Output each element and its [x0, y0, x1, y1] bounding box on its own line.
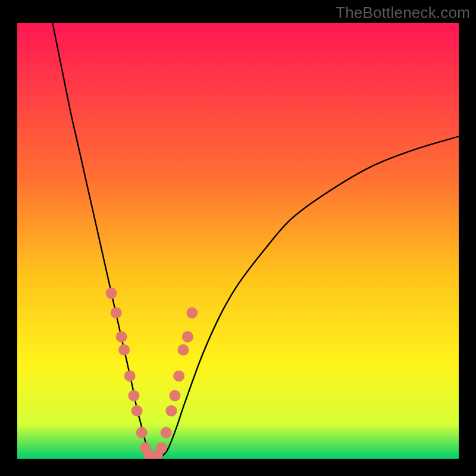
marker-dot: [182, 331, 193, 343]
marker-dot: [161, 427, 172, 439]
marker-dot: [186, 307, 198, 318]
watermark-text: TheBottleneck.com: [336, 4, 470, 22]
marker-dot: [106, 287, 117, 299]
gradient-panel: [17, 23, 459, 459]
marker-dot: [169, 390, 180, 401]
marker-dot: [128, 390, 139, 401]
marker-dot: [111, 307, 122, 318]
marker-dot: [131, 405, 143, 416]
marker-dot: [124, 370, 136, 381]
chart-stage: TheBottleneck.com: [0, 0, 476, 476]
chart-svg: [0, 0, 476, 476]
marker-dot: [156, 442, 167, 453]
marker-dot: [166, 405, 177, 416]
marker-dot: [178, 345, 189, 356]
marker-dot: [173, 370, 184, 381]
marker-dot: [136, 427, 148, 439]
marker-dot: [116, 331, 127, 343]
marker-dot: [118, 345, 130, 356]
